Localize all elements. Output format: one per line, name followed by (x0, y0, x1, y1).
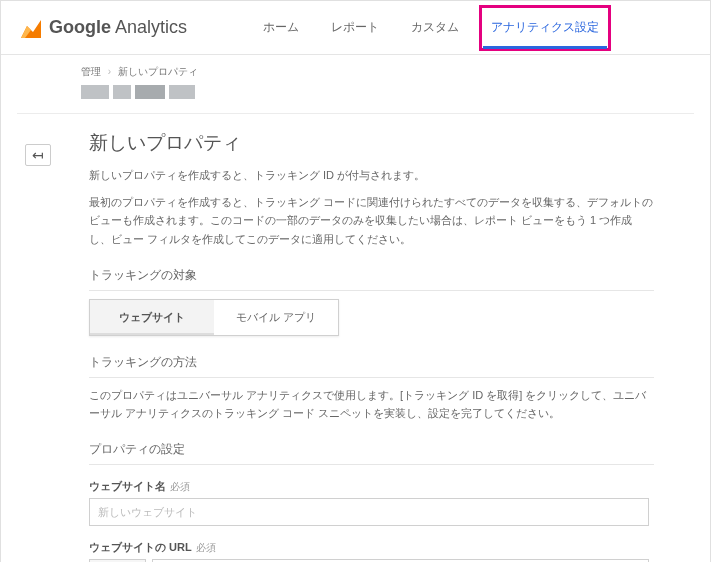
account-path-placeholder (1, 85, 710, 113)
tab-admin[interactable]: アナリティクス設定 (475, 1, 615, 55)
nav-tabs: ホーム レポート カスタム アナリティクス設定 (247, 1, 615, 55)
logo-text: Google Analytics (49, 17, 187, 38)
tab-custom[interactable]: カスタム (395, 1, 475, 55)
page-title: 新しいプロパティ (89, 130, 654, 156)
back-button[interactable]: ↤ (25, 144, 51, 166)
tracking-method-body: このプロパティはユニバーサル アナリティクスで使用します。[トラッキング ID … (89, 386, 654, 423)
breadcrumb-current: 新しいプロパティ (118, 66, 198, 77)
ga-logo-icon (19, 16, 43, 40)
site-url-label: ウェブサイトの URL必須 (89, 540, 654, 555)
site-name-input[interactable] (89, 498, 649, 526)
top-bar: Google Analytics ホーム レポート カスタム アナリティクス設定 (1, 1, 710, 55)
tracking-target-toggle: ウェブサイト モバイル アプリ (89, 299, 339, 336)
logo: Google Analytics (19, 16, 187, 40)
tracking-target-heading: トラッキングの対象 (89, 267, 654, 291)
breadcrumb-sep-icon: › (108, 66, 111, 77)
breadcrumb-root[interactable]: 管理 (81, 66, 101, 77)
tab-home[interactable]: ホーム (247, 1, 315, 55)
intro-text-1: 新しいプロパティを作成すると、トラッキング ID が付与されます。 (89, 166, 654, 185)
tracking-method-heading: トラッキングの方法 (89, 354, 654, 378)
toggle-mobile-app[interactable]: モバイル アプリ (214, 300, 338, 335)
site-name-label: ウェブサイト名必須 (89, 479, 654, 494)
toggle-website[interactable]: ウェブサイト (90, 300, 214, 335)
tab-report[interactable]: レポート (315, 1, 395, 55)
intro-text-2: 最初のプロパティを作成すると、トラッキング コードに関連付けられたすべてのデータ… (89, 193, 654, 249)
property-settings-heading: プロパティの設定 (89, 441, 654, 465)
breadcrumb: 管理 › 新しいプロパティ (1, 55, 710, 85)
